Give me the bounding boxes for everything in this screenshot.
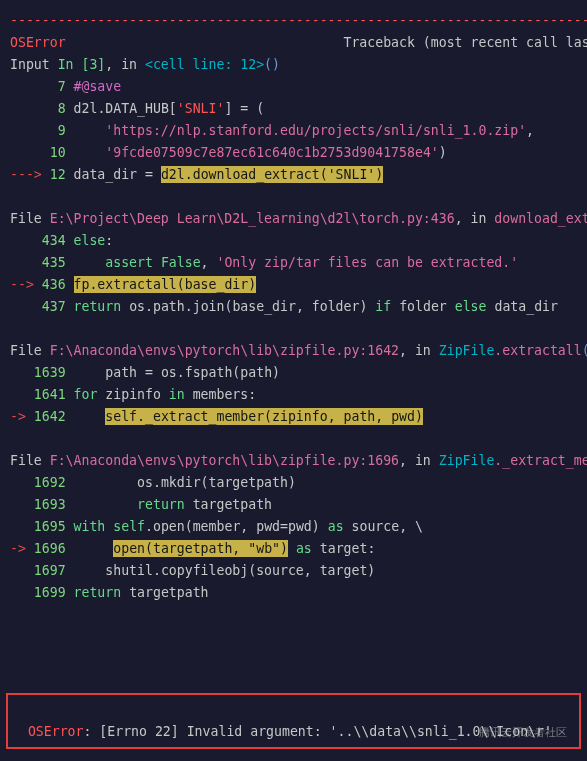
error-box: OSError: [Errno 22] Invalid argument: '.… <box>6 693 581 749</box>
error-name: OSError <box>28 724 84 739</box>
input-label: Input <box>10 57 58 72</box>
string: 'Only zip/tar files can be extracted.' <box>216 255 518 270</box>
file-path: E:\Project\Deep Learn\D2L_learning\d2l\t… <box>50 211 455 226</box>
hash-string: '9fcde07509c7e87ec61c640c1b2753d9041758e… <box>105 145 438 160</box>
lineno: 435 <box>42 255 66 270</box>
highlight-call: fp.extractall(base_dir) <box>74 276 257 293</box>
arrow: -> <box>10 541 34 556</box>
lineno: 1692 <box>34 475 66 490</box>
arrow: -> <box>10 409 34 424</box>
lineno: 12 <box>50 167 66 182</box>
lineno: 7 <box>58 79 66 94</box>
err-name: OSError <box>10 35 66 50</box>
file-label: File <box>10 211 50 226</box>
class-name: ZipFile <box>439 453 495 468</box>
arrow: ---> <box>10 167 50 182</box>
file-label: File <box>10 453 50 468</box>
lineno: 1696 <box>34 541 66 556</box>
highlight-call: _extract_member(zipinfo, path, pwd) <box>145 409 423 424</box>
lineno: 437 <box>42 299 66 314</box>
class-name: ZipFile <box>439 343 495 358</box>
string: 'SNLI' <box>177 101 225 116</box>
sep: ----------------------------------------… <box>10 13 587 28</box>
trace-label: Traceback (most recent call last <box>343 35 587 50</box>
lineno: 1693 <box>34 497 66 512</box>
lineno: 1639 <box>34 365 66 380</box>
lineno: 1695 <box>34 519 66 534</box>
lineno: 9 <box>58 123 66 138</box>
input-cell: In [3] <box>58 57 106 72</box>
method-name: extractall <box>502 343 581 358</box>
lineno: 436 <box>42 277 66 292</box>
lineno: 8 <box>58 101 66 116</box>
url-string: 'https://nlp.stanford.edu/projects/snli/… <box>105 123 526 138</box>
lineno: 1642 <box>34 409 66 424</box>
file-path: F:\Anaconda\envs\pytorch\lib\zipfile.py:… <box>50 453 399 468</box>
lineno: 1641 <box>34 387 66 402</box>
cell-line: <cell line: 12> <box>145 57 264 72</box>
method-name: _extract_member <box>502 453 587 468</box>
comment: #@save <box>74 79 122 94</box>
lineno: 10 <box>50 145 66 160</box>
error-message: : [Errno 22] Invalid argument: '..\\data… <box>83 724 551 739</box>
func-name: download_extract <box>494 211 587 226</box>
lineno: 1699 <box>34 585 66 600</box>
file-path: F:\Anaconda\envs\pytorch\lib\zipfile.py:… <box>50 343 399 358</box>
lineno: 434 <box>42 233 66 248</box>
arrow: --> <box>10 277 42 292</box>
traceback-block: ----------------------------------------… <box>0 0 587 614</box>
lineno: 1697 <box>34 563 66 578</box>
file-label: File <box>10 343 50 358</box>
